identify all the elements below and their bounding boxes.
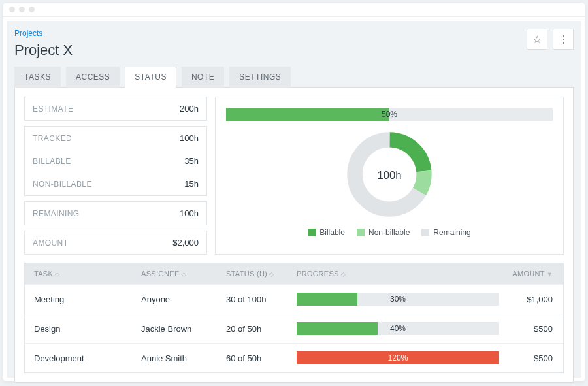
- th-assignee[interactable]: ASSIGNEE◇: [141, 270, 226, 278]
- cell-amount: $500: [506, 324, 558, 334]
- row-progress-text: 120%: [297, 351, 499, 364]
- cell-status: 20 of 50h: [226, 324, 291, 334]
- cell-progress: 40%: [291, 322, 506, 335]
- cell-task: Design: [30, 324, 141, 334]
- sort-icon: ◇: [182, 271, 186, 278]
- sort-icon: ◇: [55, 271, 59, 278]
- overall-progress-bar: 50%: [226, 108, 553, 121]
- th-status[interactable]: STATUS (h)◇: [226, 270, 291, 278]
- sort-icon: ◇: [269, 271, 274, 278]
- remaining-box: REMAINING 100h: [24, 201, 207, 225]
- row-progress-bar: 120%: [297, 351, 499, 364]
- estimate-value: 200h: [180, 104, 199, 114]
- cell-status: 30 of 100h: [226, 295, 291, 304]
- tracked-value: 100h: [180, 133, 199, 143]
- legend-billable-label: Billable: [319, 228, 345, 237]
- tasks-table: TASK◇ ASSIGNEE◇ STATUS (h)◇ PROGRESS◇ AM…: [24, 263, 564, 373]
- status-panel: ESTIMATE 200h TRACKED 100h BILLABLE 35h: [14, 87, 574, 383]
- tab-access[interactable]: ACCESS: [66, 67, 120, 88]
- cell-progress: 30%: [291, 293, 506, 306]
- estimate-box: ESTIMATE 200h: [24, 97, 207, 121]
- table-row[interactable]: DesignJackie Brown20 of 50h40%$500: [25, 314, 563, 343]
- remaining-label: REMAINING: [33, 209, 80, 218]
- cell-task: Meeting: [30, 295, 141, 304]
- tab-tasks[interactable]: TASKS: [14, 67, 61, 88]
- tab-settings[interactable]: SETTINGS: [229, 67, 291, 88]
- cell-assignee: Annie Smith: [141, 353, 226, 363]
- overall-progress-text: 50%: [226, 108, 553, 121]
- th-task[interactable]: TASK◇: [30, 270, 141, 278]
- amount-label: AMOUNT: [33, 238, 68, 248]
- breadcrumb-projects[interactable]: Projects: [14, 29, 73, 38]
- legend-remaining: Remaining: [421, 228, 470, 237]
- donut-center-text: 100h: [377, 169, 401, 182]
- nonbillable-label: NON-BILLABLE: [33, 180, 92, 189]
- amount-box: AMOUNT $2,000: [24, 231, 207, 255]
- estimate-label: ESTIMATE: [33, 105, 73, 114]
- th-assignee-label: ASSIGNEE: [141, 270, 180, 278]
- swatch-remaining: [421, 229, 429, 236]
- table-row[interactable]: DevelopmentAnnie Smith60 of 50h120%$500: [25, 343, 563, 372]
- donut-chart: 100h: [344, 129, 435, 220]
- window-dot: [19, 7, 25, 12]
- row-progress-bar: 40%: [297, 322, 499, 335]
- th-amount[interactable]: AMOUNT▼: [506, 270, 558, 278]
- cell-status: 60 of 50h: [226, 353, 291, 363]
- tabs: TASKS ACCESS STATUS NOTE SETTINGS: [14, 67, 574, 88]
- remaining-value: 100h: [180, 208, 199, 218]
- row-progress-bar: 30%: [297, 293, 499, 306]
- legend-nonbillable: Non-billable: [357, 228, 410, 237]
- sort-icon: ▼: [547, 271, 553, 278]
- cell-amount: $1,000: [506, 295, 558, 304]
- cell-assignee: Anyone: [141, 295, 226, 304]
- cell-task: Development: [30, 353, 141, 363]
- cell-assignee: Jackie Brown: [141, 324, 226, 334]
- row-progress-text: 40%: [297, 322, 499, 335]
- table-header: TASK◇ ASSIGNEE◇ STATUS (h)◇ PROGRESS◇ AM…: [25, 263, 563, 284]
- chart-area: 50% 100h Billable Non-billable: [215, 97, 564, 255]
- table-row[interactable]: MeetingAnyone30 of 100h30%$1,000: [25, 284, 563, 314]
- project-title: Project X: [14, 42, 73, 59]
- window-dot: [29, 7, 35, 12]
- amount-value: $2,000: [172, 238, 199, 248]
- more-options-button[interactable]: ⋮: [553, 29, 574, 50]
- th-amount-label: AMOUNT: [512, 270, 544, 278]
- swatch-billable: [308, 229, 316, 236]
- legend-remaining-label: Remaining: [433, 228, 470, 237]
- app-window: Projects Project X ☆ ⋮ TASKS ACCESS STAT…: [3, 3, 585, 381]
- favorite-button[interactable]: ☆: [527, 29, 547, 50]
- th-progress[interactable]: PROGRESS◇: [291, 270, 506, 278]
- billable-value: 35h: [184, 156, 199, 166]
- cell-progress: 120%: [291, 351, 506, 364]
- titlebar: [3, 3, 585, 17]
- window-dot: [9, 7, 15, 12]
- tracked-box: TRACKED 100h BILLABLE 35h NON-BILLABLE 1…: [24, 126, 207, 196]
- billable-label: BILLABLE: [33, 157, 71, 166]
- legend-billable: Billable: [308, 228, 345, 237]
- row-progress-text: 30%: [297, 293, 499, 306]
- th-status-label: STATUS (h): [226, 270, 267, 278]
- more-vertical-icon: ⋮: [558, 33, 568, 46]
- tab-note[interactable]: NOTE: [182, 67, 224, 88]
- th-progress-label: PROGRESS: [297, 270, 339, 278]
- chart-legend: Billable Non-billable Remaining: [308, 228, 470, 237]
- cell-amount: $500: [506, 353, 558, 363]
- sort-icon: ◇: [341, 271, 346, 278]
- star-icon: ☆: [532, 33, 542, 46]
- tracked-label: TRACKED: [33, 134, 72, 143]
- legend-nonbillable-label: Non-billable: [368, 228, 410, 237]
- nonbillable-value: 15h: [184, 179, 199, 189]
- th-task-label: TASK: [34, 270, 53, 278]
- tab-status[interactable]: STATUS: [125, 67, 176, 88]
- swatch-nonbillable: [357, 229, 365, 236]
